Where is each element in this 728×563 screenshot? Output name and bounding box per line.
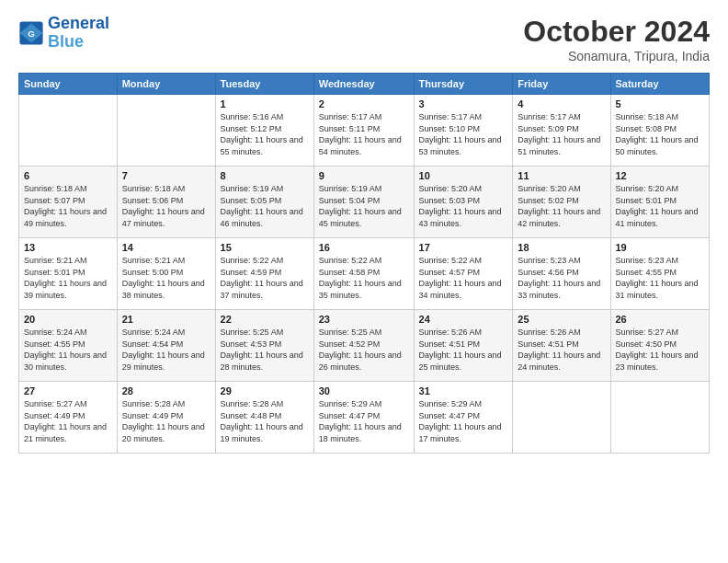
day-number: 26	[616, 314, 705, 325]
weekday-header: Friday	[513, 74, 610, 95]
day-number: 18	[518, 242, 605, 253]
day-number: 25	[518, 314, 605, 325]
calendar-cell: 30Sunrise: 5:29 AM Sunset: 4:47 PM Dayli…	[313, 382, 414, 454]
calendar-table: SundayMondayTuesdayWednesdayThursdayFrid…	[18, 73, 710, 454]
day-info: Sunrise: 5:17 AM Sunset: 5:09 PM Dayligh…	[518, 111, 605, 157]
calendar-cell: 26Sunrise: 5:27 AM Sunset: 4:50 PM Dayli…	[610, 310, 710, 382]
day-number: 22	[221, 314, 309, 325]
day-number: 30	[319, 385, 409, 396]
calendar-cell: 15Sunrise: 5:22 AM Sunset: 4:59 PM Dayli…	[215, 238, 313, 310]
day-info: Sunrise: 5:18 AM Sunset: 5:06 PM Dayligh…	[122, 183, 210, 229]
day-number: 11	[518, 170, 605, 181]
day-info: Sunrise: 5:29 AM Sunset: 4:47 PM Dayligh…	[419, 398, 508, 444]
logo-icon: G	[18, 20, 44, 46]
calendar-cell: 21Sunrise: 5:24 AM Sunset: 4:54 PM Dayli…	[117, 310, 215, 382]
day-number: 7	[122, 170, 210, 181]
month-title: October 2024	[523, 15, 710, 49]
day-info: Sunrise: 5:23 AM Sunset: 4:56 PM Dayligh…	[518, 255, 605, 301]
calendar-week-row: 1Sunrise: 5:16 AM Sunset: 5:12 PM Daylig…	[19, 95, 710, 167]
day-number: 4	[518, 98, 605, 109]
day-info: Sunrise: 5:25 AM Sunset: 4:53 PM Dayligh…	[221, 327, 309, 373]
calendar-week-row: 20Sunrise: 5:24 AM Sunset: 4:55 PM Dayli…	[19, 310, 710, 382]
logo: G General Blue	[18, 15, 109, 52]
calendar-cell: 23Sunrise: 5:25 AM Sunset: 4:52 PM Dayli…	[313, 310, 414, 382]
calendar-cell: 19Sunrise: 5:23 AM Sunset: 4:55 PM Dayli…	[610, 238, 710, 310]
calendar-cell: 1Sunrise: 5:16 AM Sunset: 5:12 PM Daylig…	[215, 95, 313, 167]
svg-text:G: G	[28, 29, 35, 39]
day-number: 16	[319, 242, 409, 253]
weekday-header: Tuesday	[215, 74, 313, 95]
day-info: Sunrise: 5:21 AM Sunset: 5:00 PM Dayligh…	[122, 255, 210, 301]
day-info: Sunrise: 5:26 AM Sunset: 4:51 PM Dayligh…	[419, 327, 508, 373]
day-number: 31	[419, 385, 508, 396]
calendar-cell: 2Sunrise: 5:17 AM Sunset: 5:11 PM Daylig…	[313, 95, 414, 167]
calendar-week-row: 27Sunrise: 5:27 AM Sunset: 4:49 PM Dayli…	[19, 382, 710, 454]
calendar-cell: 22Sunrise: 5:25 AM Sunset: 4:53 PM Dayli…	[215, 310, 313, 382]
calendar-cell: 12Sunrise: 5:20 AM Sunset: 5:01 PM Dayli…	[610, 167, 710, 238]
location-subtitle: Sonamura, Tripura, India	[523, 49, 710, 63]
day-info: Sunrise: 5:22 AM Sunset: 4:59 PM Dayligh…	[221, 255, 309, 301]
day-info: Sunrise: 5:19 AM Sunset: 5:04 PM Dayligh…	[319, 183, 409, 229]
day-number: 5	[616, 98, 705, 109]
day-info: Sunrise: 5:28 AM Sunset: 4:49 PM Dayligh…	[122, 398, 210, 444]
header: G General Blue October 2024 Sonamura, Tr…	[18, 15, 710, 63]
calendar-cell: 5Sunrise: 5:18 AM Sunset: 5:08 PM Daylig…	[610, 95, 710, 167]
day-info: Sunrise: 5:19 AM Sunset: 5:05 PM Dayligh…	[221, 183, 309, 229]
day-info: Sunrise: 5:29 AM Sunset: 4:47 PM Dayligh…	[319, 398, 409, 444]
day-number: 3	[419, 98, 508, 109]
calendar-cell: 14Sunrise: 5:21 AM Sunset: 5:00 PM Dayli…	[117, 238, 215, 310]
day-info: Sunrise: 5:26 AM Sunset: 4:51 PM Dayligh…	[518, 327, 605, 373]
weekday-header: Saturday	[610, 74, 710, 95]
calendar-cell: 9Sunrise: 5:19 AM Sunset: 5:04 PM Daylig…	[313, 167, 414, 238]
weekday-header: Monday	[117, 74, 215, 95]
day-info: Sunrise: 5:20 AM Sunset: 5:01 PM Dayligh…	[616, 183, 705, 229]
day-info: Sunrise: 5:25 AM Sunset: 4:52 PM Dayligh…	[319, 327, 409, 373]
day-number: 13	[24, 242, 112, 253]
calendar-cell	[19, 95, 118, 167]
day-number: 28	[122, 385, 210, 396]
day-number: 14	[122, 242, 210, 253]
calendar-cell: 6Sunrise: 5:18 AM Sunset: 5:07 PM Daylig…	[19, 167, 118, 238]
calendar-cell: 8Sunrise: 5:19 AM Sunset: 5:05 PM Daylig…	[215, 167, 313, 238]
day-info: Sunrise: 5:24 AM Sunset: 4:55 PM Dayligh…	[24, 327, 112, 373]
day-info: Sunrise: 5:20 AM Sunset: 5:03 PM Dayligh…	[419, 183, 508, 229]
day-info: Sunrise: 5:20 AM Sunset: 5:02 PM Dayligh…	[518, 183, 605, 229]
day-number: 10	[419, 170, 508, 181]
day-info: Sunrise: 5:22 AM Sunset: 4:58 PM Dayligh…	[319, 255, 409, 301]
calendar-cell: 24Sunrise: 5:26 AM Sunset: 4:51 PM Dayli…	[414, 310, 513, 382]
weekday-header: Sunday	[19, 74, 118, 95]
calendar-cell: 16Sunrise: 5:22 AM Sunset: 4:58 PM Dayli…	[313, 238, 414, 310]
calendar-cell: 20Sunrise: 5:24 AM Sunset: 4:55 PM Dayli…	[19, 310, 118, 382]
calendar-cell: 18Sunrise: 5:23 AM Sunset: 4:56 PM Dayli…	[513, 238, 610, 310]
day-info: Sunrise: 5:24 AM Sunset: 4:54 PM Dayligh…	[122, 327, 210, 373]
calendar-cell	[610, 382, 710, 454]
day-number: 12	[616, 170, 705, 181]
calendar-cell: 27Sunrise: 5:27 AM Sunset: 4:49 PM Dayli…	[19, 382, 118, 454]
logo-line2: Blue	[48, 32, 84, 51]
calendar-cell: 3Sunrise: 5:17 AM Sunset: 5:10 PM Daylig…	[414, 95, 513, 167]
calendar-cell: 29Sunrise: 5:28 AM Sunset: 4:48 PM Dayli…	[215, 382, 313, 454]
day-info: Sunrise: 5:28 AM Sunset: 4:48 PM Dayligh…	[221, 398, 309, 444]
day-info: Sunrise: 5:27 AM Sunset: 4:50 PM Dayligh…	[616, 327, 705, 373]
day-number: 24	[419, 314, 508, 325]
calendar-week-row: 13Sunrise: 5:21 AM Sunset: 5:01 PM Dayli…	[19, 238, 710, 310]
header-row: SundayMondayTuesdayWednesdayThursdayFrid…	[19, 74, 710, 95]
day-number: 27	[24, 385, 112, 396]
calendar-cell: 4Sunrise: 5:17 AM Sunset: 5:09 PM Daylig…	[513, 95, 610, 167]
day-info: Sunrise: 5:21 AM Sunset: 5:01 PM Dayligh…	[24, 255, 112, 301]
day-info: Sunrise: 5:22 AM Sunset: 4:57 PM Dayligh…	[419, 255, 508, 301]
calendar-cell: 13Sunrise: 5:21 AM Sunset: 5:01 PM Dayli…	[19, 238, 118, 310]
calendar-cell	[117, 95, 215, 167]
day-info: Sunrise: 5:18 AM Sunset: 5:07 PM Dayligh…	[24, 183, 112, 229]
day-number: 29	[221, 385, 309, 396]
day-number: 9	[319, 170, 409, 181]
day-number: 17	[419, 242, 508, 253]
weekday-header: Wednesday	[313, 74, 414, 95]
day-number: 19	[616, 242, 705, 253]
day-number: 23	[319, 314, 409, 325]
calendar-cell: 25Sunrise: 5:26 AM Sunset: 4:51 PM Dayli…	[513, 310, 610, 382]
day-info: Sunrise: 5:18 AM Sunset: 5:08 PM Dayligh…	[616, 111, 705, 157]
day-info: Sunrise: 5:17 AM Sunset: 5:10 PM Dayligh…	[419, 111, 508, 157]
calendar-cell	[513, 382, 610, 454]
title-block: October 2024 Sonamura, Tripura, India	[523, 15, 710, 63]
